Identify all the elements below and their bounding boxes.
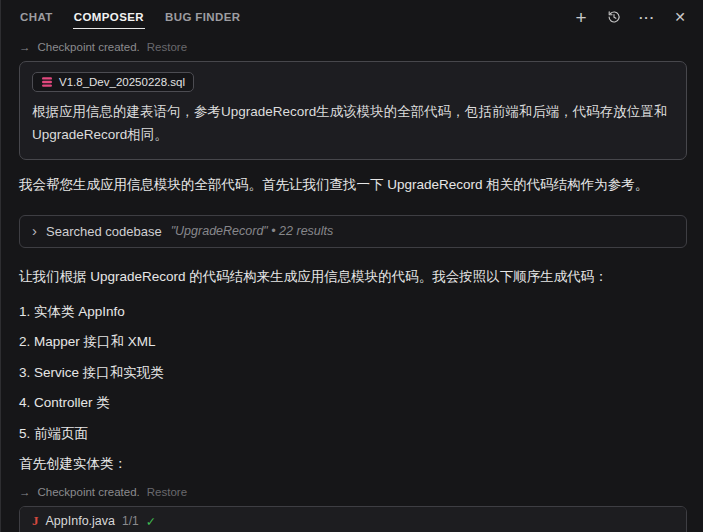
- arrow-icon: →: [19, 486, 31, 498]
- checkpoint-label: Checkpoint created.: [38, 486, 140, 498]
- plan-step-4: 4. Controller 类: [19, 394, 687, 412]
- plan-step-5: 5. 前端页面: [19, 425, 687, 443]
- checkpoint-row: → Checkpoint created. Restore: [19, 41, 687, 53]
- check-icon: ✓: [146, 514, 156, 529]
- tab-composer[interactable]: COMPOSER: [73, 0, 145, 29]
- tab-chat[interactable]: CHAT: [19, 0, 54, 29]
- database-icon: [41, 76, 53, 88]
- checkpoint-row: → Checkpoint created. Restore: [19, 486, 687, 498]
- search-meta: "UpgradeRecord" • 22 results: [171, 224, 334, 238]
- conversation-area: → Checkpoint created. Restore V1.8_Dev_2…: [1, 41, 703, 532]
- restore-link[interactable]: Restore: [147, 486, 187, 498]
- assistant-next: 首先创建实体类：: [19, 455, 687, 473]
- composer-top-bar: CHAT COMPOSER BUG FINDER + ··· ✕: [1, 0, 703, 34]
- chevron-right-icon: ›: [32, 223, 37, 238]
- plan-step-1: 1. 实体类 AppInfo: [19, 303, 687, 321]
- more-options-icon[interactable]: ···: [638, 8, 656, 26]
- code-block-header: J AppInfo.java 1/1 ✓: [20, 507, 686, 532]
- restore-link[interactable]: Restore: [147, 41, 187, 53]
- new-composer-icon[interactable]: +: [572, 8, 590, 26]
- code-progress: 1/1: [122, 514, 139, 528]
- assistant-intro: 我会帮您生成应用信息模块的全部代码。首先让我们查找一下 UpgradeRecor…: [19, 175, 687, 196]
- plan-step-2: 2. Mapper 接口和 XML: [19, 333, 687, 351]
- user-message-text: 根据应用信息的建表语句，参考UpgradeRecord生成该模块的全部代码，包括…: [32, 101, 674, 147]
- close-icon[interactable]: ✕: [671, 8, 689, 26]
- checkpoint-label: Checkpoint created.: [38, 41, 140, 53]
- attachment-chip[interactable]: V1.8_Dev_20250228.sql: [32, 72, 194, 92]
- searched-codebase-panel[interactable]: › Searched codebase "UpgradeRecord" • 22…: [19, 215, 687, 248]
- search-label: Searched codebase: [46, 224, 162, 239]
- history-icon[interactable]: [605, 8, 623, 26]
- arrow-icon: →: [19, 41, 31, 53]
- attachment-filename: V1.8_Dev_20250228.sql: [59, 76, 185, 88]
- java-file-icon: J: [32, 513, 39, 529]
- code-block: J AppInfo.java 1/1 ✓ package com.shenchu…: [19, 506, 687, 532]
- tab-bug-finder[interactable]: BUG FINDER: [164, 0, 242, 29]
- user-message: V1.8_Dev_20250228.sql 根据应用信息的建表语句，参考Upgr…: [19, 61, 687, 160]
- toolbar-actions: + ··· ✕: [572, 8, 689, 26]
- plan-step-3: 3. Service 接口和实现类: [19, 364, 687, 382]
- assistant-plan-intro: 让我们根据 UpgradeRecord 的代码结构来生成应用信息模块的代码。我会…: [19, 267, 687, 288]
- code-filename[interactable]: AppInfo.java: [46, 514, 116, 528]
- tab-strip: CHAT COMPOSER BUG FINDER: [19, 0, 242, 34]
